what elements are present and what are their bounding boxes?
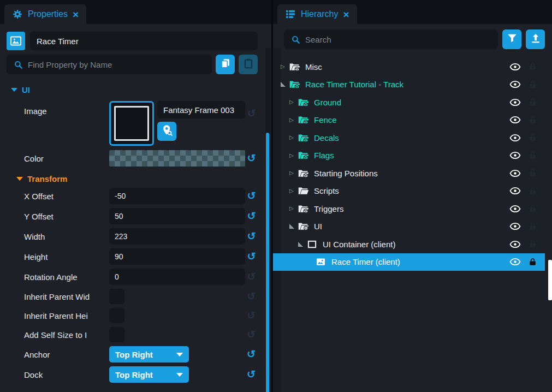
collapse-arrow-icon[interactable]: ▷ — [289, 153, 298, 158]
visibility-eye-icon[interactable] — [509, 116, 521, 124]
filter-button[interactable] — [502, 29, 521, 49]
tree-row-decals[interactable]: ▷Decals — [273, 129, 545, 147]
tree-row-race-timer-client[interactable]: Race Timer (client) — [273, 253, 545, 271]
reset-button-dock[interactable]: ↺ — [245, 368, 258, 381]
visibility-eye-icon[interactable] — [509, 240, 521, 248]
tree-row-ground[interactable]: ▷Ground — [273, 93, 545, 111]
dropdown-dock[interactable]: Top Right — [109, 366, 189, 383]
visibility-eye-icon[interactable] — [509, 134, 521, 142]
image-asset-field[interactable]: Fantasy Frame 003 — [157, 101, 245, 118]
visibility-eye-icon[interactable] — [509, 169, 521, 177]
tree-row-misc[interactable]: ▷Misc — [273, 58, 545, 76]
tree-row-flags[interactable]: ▷Flags — [273, 147, 545, 165]
reset-color-button[interactable]: ↺ — [245, 152, 258, 164]
collapse-arrow-icon[interactable]: ▷ — [289, 99, 298, 105]
tab-hierarchy[interactable]: Hierarchy × — [277, 4, 357, 24]
lock-icon[interactable] — [528, 80, 537, 90]
color-swatch[interactable] — [109, 150, 245, 167]
collapse-arrow-icon[interactable]: ▷ — [281, 64, 289, 69]
property-search-field[interactable] — [7, 55, 212, 74]
reset-button-x-offset[interactable]: ↺ — [245, 189, 258, 202]
lock-icon[interactable] — [528, 115, 537, 125]
checkbox-inherit-parent-hei[interactable] — [109, 308, 124, 323]
tree-row-scripts[interactable]: ▷Scripts — [273, 182, 545, 200]
lock-icon[interactable] — [528, 97, 537, 107]
lock-icon[interactable] — [528, 62, 537, 72]
checkbox-inherit-parent-wid[interactable] — [109, 289, 124, 304]
visibility-eye-icon[interactable] — [509, 63, 521, 71]
lock-icon[interactable] — [528, 133, 537, 142]
expand-arrow-icon[interactable] — [281, 82, 289, 87]
tree-row-triggers[interactable]: ▷Triggers — [273, 200, 545, 218]
visibility-eye-icon[interactable] — [509, 258, 521, 266]
visibility-eye-icon[interactable] — [509, 151, 521, 159]
properties-scrollbar-thumb[interactable] — [266, 133, 269, 392]
image-property-label: Image — [24, 106, 109, 116]
ui-container-icon — [306, 239, 318, 250]
reset-button-width[interactable]: ↺ — [245, 230, 258, 242]
hierarchy-search-input[interactable] — [305, 35, 491, 44]
property-search-input[interactable] — [28, 60, 205, 69]
visibility-eye-icon[interactable] — [509, 205, 521, 213]
tree-row-fence[interactable]: ▷Fence — [273, 111, 545, 129]
number-field-width[interactable]: 223 — [109, 228, 245, 245]
tab-properties[interactable]: Properties × — [4, 4, 86, 24]
lock-icon[interactable] — [528, 239, 537, 249]
object-name-field[interactable] — [30, 32, 258, 50]
number-field-y-offset[interactable]: 50 — [109, 208, 245, 224]
find-asset-button[interactable] — [157, 122, 176, 141]
image-thumbnail[interactable] — [109, 101, 154, 146]
hierarchy-panel: Hierarchy × — [273, 0, 552, 392]
fantasy-frame-preview — [114, 106, 149, 141]
reset-button-y-offset[interactable]: ↺ — [245, 210, 258, 222]
hierarchy-tree: ▷MiscRace Timer Tutorial - Track▷Ground▷… — [281, 58, 545, 271]
lock-icon[interactable] — [528, 222, 537, 231]
visibility-eye-icon[interactable] — [509, 80, 521, 88]
lock-icon[interactable] — [528, 257, 537, 267]
number-field-height[interactable]: 90 — [109, 248, 245, 265]
number-field-rotation-angle[interactable]: 0 — [109, 269, 245, 285]
lock-icon[interactable] — [528, 186, 537, 196]
paste-properties-button[interactable] — [239, 55, 258, 74]
visibility-eye-icon[interactable] — [509, 98, 521, 106]
reset-button-anchor[interactable]: ↺ — [245, 348, 258, 360]
close-icon[interactable]: × — [73, 9, 79, 20]
ui-section-header[interactable]: UI — [11, 85, 258, 94]
tree-row-starting-positions[interactable]: ▷Starting Positions — [273, 164, 545, 182]
object-name-input[interactable] — [37, 37, 251, 46]
checkbox-add-self-size-to-i[interactable] — [109, 327, 124, 342]
visibility-eye-icon[interactable] — [509, 187, 521, 195]
chevron-down-icon — [176, 353, 183, 357]
lock-icon[interactable] — [528, 151, 537, 161]
collapse-arrow-icon[interactable]: ▷ — [289, 170, 298, 176]
hierarchy-scrollbar-thumb[interactable] — [548, 260, 552, 300]
upload-button[interactable] — [526, 29, 545, 49]
collapse-arrow-icon[interactable]: ▷ — [289, 117, 298, 123]
close-icon[interactable]: × — [343, 9, 349, 20]
expand-arrow-icon[interactable] — [289, 224, 298, 229]
tree-row-race-timer-tutorial-track[interactable]: Race Timer Tutorial - Track — [273, 76, 545, 94]
tree-item-label: Triggers — [314, 204, 343, 213]
expanded-triangle — [289, 224, 294, 229]
dropdown-anchor[interactable]: Top Right — [109, 346, 189, 363]
tree-item-label: Scripts — [314, 186, 339, 195]
transform-section-header[interactable]: Transform — [16, 174, 258, 183]
tree-row-ui-container-client[interactable]: UI Container (client) — [273, 235, 545, 253]
properties-scrollbar-track[interactable] — [265, 48, 271, 392]
lock-icon[interactable] — [528, 204, 537, 213]
copy-properties-button[interactable] — [216, 55, 235, 74]
visibility-eye-icon[interactable] — [509, 222, 521, 230]
collapse-arrow-icon[interactable]: ▷ — [289, 206, 298, 211]
chevron-down-icon — [176, 373, 183, 377]
folder-cube-icon — [298, 132, 309, 144]
tree-row-ui[interactable]: UI — [273, 218, 545, 236]
folder-cube-icon — [289, 61, 300, 73]
reset-button-height[interactable]: ↺ — [245, 250, 258, 263]
collapse-arrow-icon[interactable]: ▷ — [289, 135, 298, 140]
collapse-arrow-icon[interactable]: ▷ — [289, 188, 298, 194]
hierarchy-search-field[interactable] — [284, 29, 498, 49]
tree-item-label: Flags — [314, 151, 334, 160]
lock-icon[interactable] — [528, 168, 537, 178]
expand-arrow-icon[interactable] — [298, 242, 306, 247]
number-field-x-offset[interactable]: -50 — [109, 188, 245, 204]
